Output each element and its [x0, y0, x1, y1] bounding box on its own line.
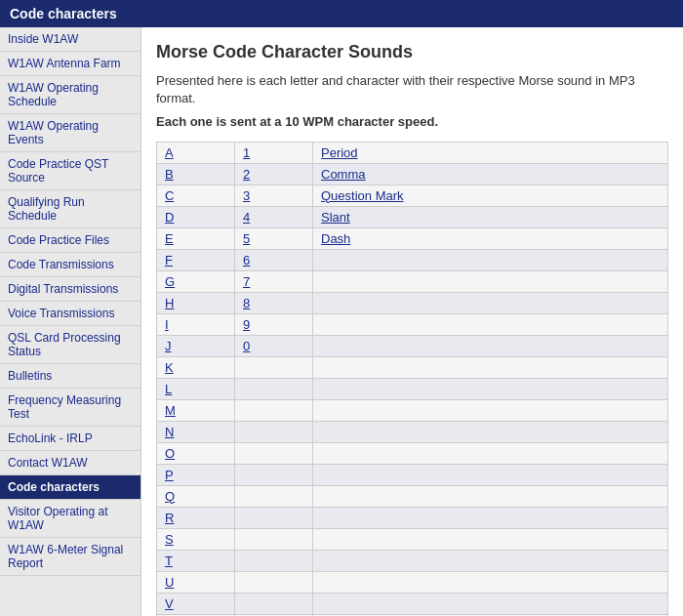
sidebar-item-link[interactable]: QSL Card Processing Status [8, 331, 121, 358]
sidebar-item-link[interactable]: Code Transmissions [8, 258, 114, 271]
sidebar-item-contact-w1aw[interactable]: Contact W1AW [0, 451, 141, 475]
letter-cell[interactable]: G [157, 270, 235, 292]
letter-cell[interactable]: E [157, 227, 235, 249]
number-cell[interactable]: 8 [235, 292, 313, 313]
sidebar-item-digital-transmissions[interactable]: Digital Transmissions [0, 277, 141, 302]
number-cell[interactable]: 0 [235, 335, 313, 356]
letter-link[interactable]: G [165, 274, 175, 289]
letter-cell[interactable]: P [157, 464, 235, 485]
number-link[interactable]: 3 [243, 188, 250, 203]
letter-cell[interactable]: V [157, 593, 235, 614]
letter-link[interactable]: L [165, 382, 172, 396]
letter-link[interactable]: A [165, 145, 174, 160]
letter-link[interactable]: P [165, 468, 174, 482]
special-link[interactable]: Question Mark [321, 188, 404, 203]
special-link[interactable]: Period [321, 145, 358, 160]
sidebar-item-frequency-measuring-test[interactable]: Frequency Measuring Test [0, 389, 141, 427]
letter-cell[interactable]: N [157, 421, 235, 442]
letter-cell[interactable]: R [157, 507, 235, 528]
sidebar-item-link[interactable]: W1AW 6-Meter Signal Report [8, 543, 123, 570]
sidebar-item-voice-transmissions[interactable]: Voice Transmissions [0, 302, 141, 326]
letter-cell[interactable]: U [157, 571, 235, 593]
letter-link[interactable]: U [165, 575, 174, 590]
sidebar-item-link[interactable]: Visitor Operating at W1AW [8, 505, 108, 532]
special-cell[interactable]: Period [313, 142, 668, 163]
letter-cell[interactable]: B [157, 163, 235, 185]
special-cell[interactable]: Dash [313, 227, 668, 249]
sidebar-item-code-practice-files[interactable]: Code Practice Files [0, 228, 141, 253]
special-link[interactable]: Comma [321, 167, 366, 182]
letter-link[interactable]: F [165, 253, 173, 267]
number-link[interactable]: 9 [243, 317, 250, 332]
number-cell[interactable]: 3 [235, 185, 313, 206]
sidebar-item-visitor-operating-at-w1aw[interactable]: Visitor Operating at W1AW [0, 500, 141, 538]
letter-link[interactable]: S [165, 532, 174, 547]
letter-link[interactable]: N [165, 425, 174, 439]
sidebar-item-w1aw-antenna-farm[interactable]: W1AW Antenna Farm [0, 52, 141, 76]
letter-link[interactable]: V [165, 596, 174, 611]
letter-cell[interactable]: Q [157, 485, 235, 507]
sidebar-item-link[interactable]: Contact W1AW [8, 456, 88, 470]
sidebar-item-code-practice-qst-source[interactable]: Code Practice QST Source [0, 152, 141, 190]
letter-cell[interactable]: C [157, 185, 235, 206]
number-cell[interactable]: 4 [235, 206, 313, 227]
number-link[interactable]: 1 [243, 145, 250, 160]
letter-link[interactable]: K [165, 360, 174, 375]
number-link[interactable]: 7 [243, 274, 250, 289]
sidebar-item-link[interactable]: W1AW Operating Events [8, 119, 99, 146]
letter-link[interactable]: E [165, 231, 174, 246]
letter-link[interactable]: H [165, 296, 174, 310]
sidebar-item-link[interactable]: Bulletins [8, 369, 52, 383]
letter-link[interactable]: M [165, 403, 176, 418]
sidebar-item-link[interactable]: Code Practice Files [8, 233, 109, 247]
letter-cell[interactable]: A [157, 142, 235, 163]
number-cell[interactable]: 9 [235, 313, 313, 335]
sidebar-item-w1aw-6-meter-signal-report[interactable]: W1AW 6-Meter Signal Report [0, 538, 141, 576]
letter-link[interactable]: D [165, 210, 174, 225]
letter-cell[interactable]: J [157, 335, 235, 356]
sidebar-item-link[interactable]: Voice Transmissions [8, 307, 114, 320]
sidebar-item-w1aw-operating-events[interactable]: W1AW Operating Events [0, 114, 141, 152]
number-link[interactable]: 5 [243, 231, 250, 246]
sidebar-item-inside-w1aw[interactable]: Inside W1AW [0, 27, 141, 52]
letter-cell[interactable]: S [157, 528, 235, 550]
letter-link[interactable]: C [165, 188, 174, 203]
number-cell[interactable]: 5 [235, 227, 313, 249]
letter-link[interactable]: B [165, 167, 174, 182]
sidebar-item-qsl-card-processing-status[interactable]: QSL Card Processing Status [0, 326, 141, 364]
sidebar-item-code-characters[interactable]: Code characters [0, 475, 141, 500]
sidebar-item-link[interactable]: W1AW Antenna Farm [8, 57, 121, 70]
sidebar-item-link[interactable]: Digital Transmissions [8, 282, 118, 296]
letter-cell[interactable]: M [157, 399, 235, 421]
letter-link[interactable]: Q [165, 489, 175, 504]
sidebar-item-w1aw-operating-schedule[interactable]: W1AW Operating Schedule [0, 76, 141, 114]
letter-cell[interactable]: T [157, 550, 235, 571]
number-link[interactable]: 8 [243, 296, 250, 310]
special-cell[interactable]: Question Mark [313, 185, 668, 206]
number-cell[interactable]: 7 [235, 270, 313, 292]
sidebar-item-echolink-irlp[interactable]: EchoLink - IRLP [0, 427, 141, 451]
sidebar-item-link[interactable]: Qualifying Run Schedule [8, 195, 85, 223]
sidebar-item-qualifying-run-schedule[interactable]: Qualifying Run Schedule [0, 190, 141, 228]
letter-link[interactable]: I [165, 317, 169, 332]
sidebar-item-link[interactable]: Frequency Measuring Test [8, 393, 121, 421]
sidebar-item-link[interactable]: EchoLink - IRLP [8, 431, 93, 445]
sidebar-item-link[interactable]: Code Practice QST Source [8, 157, 108, 185]
letter-cell[interactable]: L [157, 378, 235, 399]
letter-cell[interactable]: F [157, 249, 235, 270]
sidebar-item-link[interactable]: W1AW Operating Schedule [8, 81, 99, 108]
number-link[interactable]: 6 [243, 253, 250, 267]
special-link[interactable]: Dash [321, 231, 350, 246]
number-cell[interactable]: 2 [235, 163, 313, 185]
letter-cell[interactable]: H [157, 292, 235, 313]
sidebar-item-code-transmissions[interactable]: Code Transmissions [0, 253, 141, 277]
number-cell[interactable]: 1 [235, 142, 313, 163]
letter-cell[interactable]: K [157, 356, 235, 378]
letter-link[interactable]: O [165, 446, 175, 461]
number-link[interactable]: 4 [243, 210, 250, 225]
sidebar-item-bulletins[interactable]: Bulletins [0, 364, 141, 389]
letter-cell[interactable]: D [157, 206, 235, 227]
special-link[interactable]: Slant [321, 210, 350, 225]
letter-link[interactable]: T [165, 554, 173, 568]
special-cell[interactable]: Comma [313, 163, 668, 185]
